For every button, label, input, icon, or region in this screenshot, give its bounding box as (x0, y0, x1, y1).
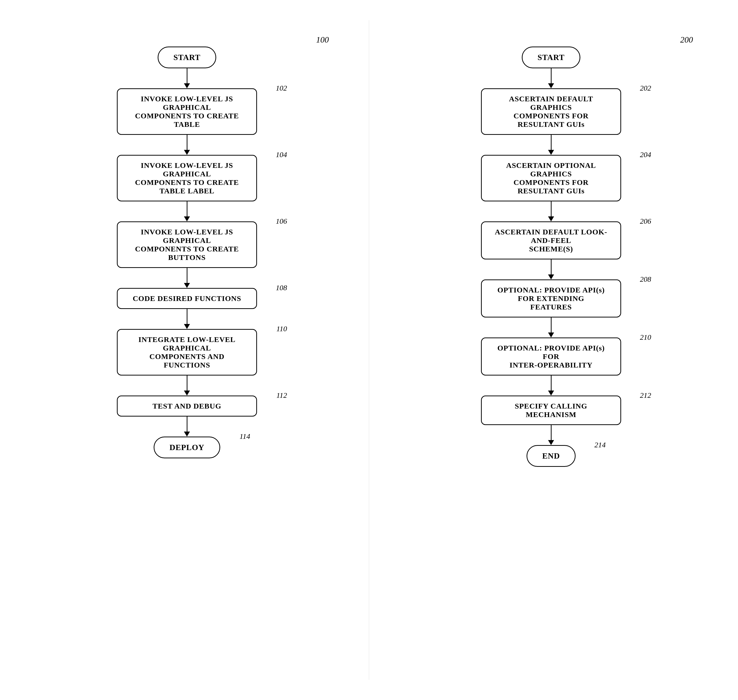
ref-204: 204 (640, 150, 651, 159)
arrow-1 (184, 68, 190, 88)
arrow-r7 (548, 425, 554, 445)
node-210-wrapper: OPTIONAL: PROVIDE API(s) FORINTER-OPERAB… (481, 337, 621, 375)
arrow-r6 (548, 375, 554, 396)
ref-214: 214 (594, 441, 605, 449)
node-110: INTEGRATE LOW-LEVEL GRAPHICALCOMPONENTS … (117, 329, 257, 375)
node-102: INVOKE LOW-LEVEL JS GRAPHICALCOMPONENTS … (117, 88, 257, 135)
left-chart-ref: 100 (316, 35, 329, 44)
ref-206: 206 (640, 217, 651, 225)
node-104: INVOKE LOW-LEVEL JS GRAPHICALCOMPONENTS … (117, 155, 257, 201)
ref-110: 110 (276, 325, 287, 333)
left-flowchart: 100 START INVOKE LOW-LEVEL JS GRAPHICALC… (25, 20, 369, 680)
node-202-wrapper: ASCERTAIN DEFAULT GRAPHICSCOMPONENTS FOR… (481, 88, 621, 135)
node-204: ASCERTAIN OPTIONAL GRAPHICSCOMPONENTS FO… (481, 155, 621, 201)
ref-114: 114 (240, 432, 250, 441)
node-210: OPTIONAL: PROVIDE API(s) FORINTER-OPERAB… (481, 337, 621, 375)
node-110-wrapper: INTEGRATE LOW-LEVEL GRAPHICALCOMPONENTS … (117, 329, 257, 375)
node-214: END (527, 445, 576, 467)
node-208: OPTIONAL: PROVIDE API(s) FOR EXTENDINGFE… (481, 279, 621, 318)
node-108-wrapper: CODE DESIRED FUNCTIONS 108 (117, 288, 257, 309)
node-106-wrapper: INVOKE LOW-LEVEL JS GRAPHICALCOMPONENTS … (117, 221, 257, 268)
arrow-4 (184, 268, 190, 288)
node-212: SPECIFY CALLING MECHANISM (481, 396, 621, 425)
ref-112: 112 (276, 391, 287, 400)
arrow-r4 (548, 259, 554, 279)
node-106: INVOKE LOW-LEVEL JS GRAPHICALCOMPONENTS … (117, 221, 257, 268)
node-108: CODE DESIRED FUNCTIONS (117, 288, 257, 309)
arrow-r2 (548, 135, 554, 155)
arrow-r5 (548, 318, 554, 337)
arrow-3 (184, 201, 190, 221)
ref-108: 108 (276, 284, 287, 292)
ref-210: 210 (640, 333, 651, 341)
start-oval-right: START (522, 47, 580, 68)
ref-104: 104 (276, 150, 287, 159)
node-208-wrapper: OPTIONAL: PROVIDE API(s) FOR EXTENDINGFE… (481, 279, 621, 318)
node-214-wrapper: END 214 (527, 445, 576, 467)
start-node-left: START (158, 47, 216, 68)
ref-106: 106 (276, 217, 287, 225)
ref-202: 202 (640, 84, 651, 92)
start-oval-left: START (158, 47, 216, 68)
node-204-wrapper: ASCERTAIN OPTIONAL GRAPHICSCOMPONENTS FO… (481, 155, 621, 201)
node-112-wrapper: TEST AND DEBUG 112 (117, 396, 257, 416)
node-112: TEST AND DEBUG (117, 396, 257, 416)
node-104-wrapper: INVOKE LOW-LEVEL JS GRAPHICALCOMPONENTS … (117, 155, 257, 201)
ref-102: 102 (276, 84, 287, 92)
node-114: DEPLOY (154, 437, 220, 458)
node-206-wrapper: ASCERTAIN DEFAULT LOOK-AND-FEELSCHEME(S)… (481, 221, 621, 259)
node-102-wrapper: INVOKE LOW-LEVEL JS GRAPHICALCOMPONENTS … (117, 88, 257, 135)
arrow-7 (184, 416, 190, 437)
arrow-r1 (548, 68, 554, 88)
arrow-5 (184, 309, 190, 329)
ref-208: 208 (640, 275, 651, 284)
right-chart-ref: 200 (680, 35, 693, 44)
right-flowchart: 200 START ASCERTAIN DEFAULT GRAPHICSCOMP… (369, 20, 713, 680)
node-114-wrapper: DEPLOY 114 (154, 437, 220, 458)
node-202: ASCERTAIN DEFAULT GRAPHICSCOMPONENTS FOR… (481, 88, 621, 135)
start-node-right: START (522, 47, 580, 68)
arrow-r3 (548, 201, 554, 221)
arrow-2 (184, 135, 190, 155)
node-212-wrapper: SPECIFY CALLING MECHANISM 212 (481, 396, 621, 425)
arrow-6 (184, 375, 190, 396)
node-206: ASCERTAIN DEFAULT LOOK-AND-FEELSCHEME(S) (481, 221, 621, 259)
ref-212: 212 (640, 391, 651, 400)
